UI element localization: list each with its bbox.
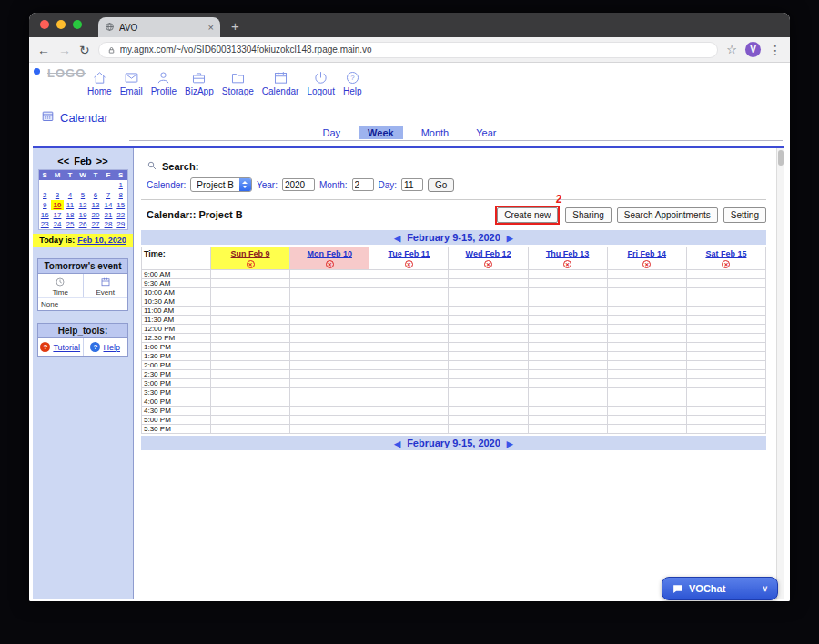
vochat-widget[interactable]: VOChat ∨: [662, 577, 778, 600]
time-slot[interactable]: [449, 407, 528, 416]
mini-day[interactable]: 19: [76, 210, 89, 220]
time-slot[interactable]: [528, 379, 607, 388]
time-slot[interactable]: [607, 316, 686, 325]
mini-day[interactable]: 2: [38, 190, 51, 200]
time-slot[interactable]: [211, 361, 290, 370]
time-slot[interactable]: [449, 288, 528, 297]
mini-day[interactable]: 3: [51, 190, 64, 200]
time-slot[interactable]: [369, 407, 449, 416]
time-slot[interactable]: [449, 379, 528, 388]
time-slot[interactable]: [607, 397, 686, 407]
day-link[interactable]: Mon Feb 10: [290, 249, 369, 258]
next-week-icon[interactable]: ▶: [507, 439, 513, 448]
mini-day[interactable]: 23: [38, 220, 51, 230]
mini-day[interactable]: 11: [64, 200, 76, 210]
time-slot[interactable]: [607, 379, 686, 388]
delete-day-icon[interactable]: ✕: [405, 260, 413, 268]
time-slot[interactable]: [686, 379, 765, 388]
time-slot[interactable]: [369, 307, 449, 316]
time-slot[interactable]: [211, 416, 290, 425]
time-slot[interactable]: [290, 370, 369, 379]
mini-day[interactable]: 5: [76, 190, 89, 200]
time-slot[interactable]: [290, 288, 369, 297]
time-slot[interactable]: [528, 325, 607, 334]
time-slot[interactable]: [211, 388, 290, 397]
time-slot[interactable]: [607, 270, 686, 279]
mini-day[interactable]: 20: [89, 210, 102, 220]
time-slot[interactable]: [607, 325, 686, 334]
mini-day[interactable]: 8: [115, 190, 127, 200]
time-slot[interactable]: [290, 325, 369, 334]
mini-day[interactable]: 24: [51, 220, 64, 230]
time-slot[interactable]: [686, 325, 765, 334]
time-slot[interactable]: [211, 270, 290, 279]
time-slot[interactable]: [449, 352, 528, 361]
mini-day[interactable]: 18: [64, 210, 76, 220]
go-button[interactable]: Go: [428, 178, 454, 192]
day-link[interactable]: Thu Feb 13: [529, 249, 607, 258]
mini-day[interactable]: 25: [64, 220, 76, 230]
profile-avatar[interactable]: V: [745, 42, 761, 57]
time-slot[interactable]: [686, 307, 765, 316]
browser-tab[interactable]: AVO ×: [98, 17, 220, 37]
time-slot[interactable]: [449, 388, 528, 397]
time-slot[interactable]: [211, 343, 290, 352]
mini-day[interactable]: 15: [115, 200, 127, 210]
time-slot[interactable]: [449, 334, 528, 343]
time-slot[interactable]: [528, 270, 607, 279]
mini-day[interactable]: 1: [115, 180, 127, 190]
time-slot[interactable]: [369, 397, 449, 407]
time-slot[interactable]: [528, 288, 607, 297]
nav-item-profile[interactable]: Profile: [151, 69, 177, 96]
time-slot[interactable]: [211, 370, 290, 379]
mini-day[interactable]: 29: [115, 220, 127, 230]
time-slot[interactable]: [686, 316, 765, 325]
mini-day[interactable]: 14: [102, 200, 115, 210]
time-slot[interactable]: [686, 425, 765, 434]
mini-day[interactable]: 16: [38, 210, 51, 220]
mini-day[interactable]: 13: [89, 200, 102, 210]
nav-item-home[interactable]: Home: [87, 69, 112, 96]
help-link[interactable]: Help: [103, 343, 120, 352]
time-slot[interactable]: [449, 307, 528, 316]
time-slot[interactable]: [369, 325, 449, 334]
reload-icon[interactable]: ↻: [79, 44, 90, 56]
time-slot[interactable]: [290, 334, 369, 343]
time-slot[interactable]: [449, 325, 528, 334]
time-slot[interactable]: [607, 334, 686, 343]
time-slot[interactable]: [686, 361, 765, 370]
time-slot[interactable]: [211, 352, 290, 361]
url-bar[interactable]: my.agnx.com/~/vo/SID600313304fokiuzokcl1…: [98, 42, 719, 58]
time-slot[interactable]: [211, 425, 290, 434]
time-slot[interactable]: [211, 334, 290, 343]
time-slot[interactable]: [449, 279, 528, 288]
time-slot[interactable]: [290, 297, 369, 307]
time-slot[interactable]: [607, 343, 686, 352]
time-slot[interactable]: [686, 370, 765, 379]
setting-button[interactable]: Setting: [723, 207, 766, 223]
time-slot[interactable]: [528, 370, 607, 379]
time-slot[interactable]: [528, 407, 607, 416]
prev-week-icon[interactable]: ◀: [394, 439, 400, 448]
time-slot[interactable]: [449, 425, 528, 434]
month-input[interactable]: [352, 178, 374, 191]
mini-day[interactable]: 9: [38, 200, 51, 210]
delete-day-icon[interactable]: ✕: [563, 260, 571, 268]
time-slot[interactable]: [290, 270, 369, 279]
time-slot[interactable]: [686, 397, 765, 407]
mini-day[interactable]: 27: [89, 220, 102, 230]
calender-select[interactable]: Project B: [190, 177, 252, 192]
mini-day[interactable]: 28: [102, 220, 115, 230]
time-slot[interactable]: [686, 279, 765, 288]
time-slot[interactable]: [369, 425, 449, 434]
time-slot[interactable]: [449, 397, 528, 407]
nav-item-email[interactable]: Email: [120, 69, 143, 96]
time-slot[interactable]: [607, 407, 686, 416]
mini-day[interactable]: 4: [64, 190, 76, 200]
time-slot[interactable]: [607, 388, 686, 397]
day-link[interactable]: Sat Feb 15: [687, 249, 765, 258]
time-slot[interactable]: [290, 388, 369, 397]
tab-close-icon[interactable]: ×: [208, 23, 214, 33]
delete-day-icon[interactable]: ✕: [326, 260, 334, 268]
time-slot[interactable]: [290, 316, 369, 325]
